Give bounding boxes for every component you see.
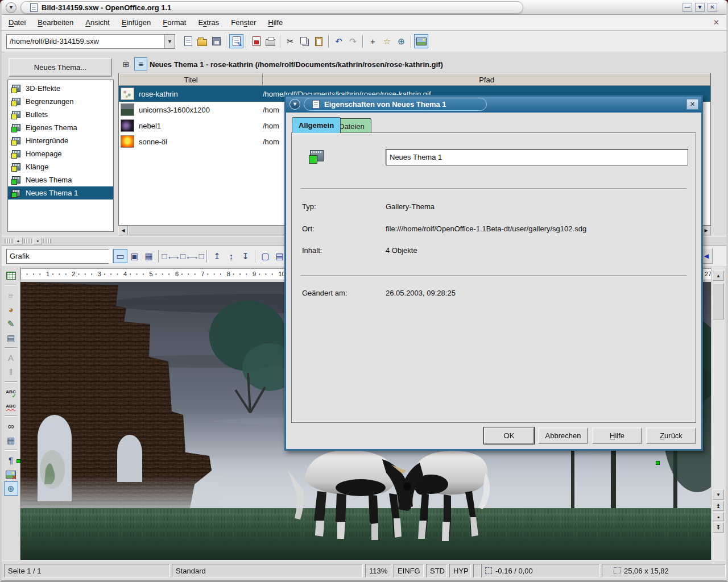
hilfe-button[interactable]: Hilfe: [592, 427, 642, 444]
window-titlebar[interactable]: ▼ Bild-314159.sxw - OpenOffice.org 1.1 —…: [2, 0, 726, 15]
scroll-down-button[interactable]: ▼: [713, 489, 724, 500]
paste-icon[interactable]: [312, 34, 326, 48]
hyperlink-icon[interactable]: ⊕: [394, 34, 408, 48]
insert-table-icon[interactable]: [4, 268, 18, 282]
next-page-button[interactable]: ▼▼: [713, 522, 724, 533]
navigator-icon[interactable]: +: [366, 34, 380, 48]
online-layout-icon[interactable]: ⊕: [4, 481, 18, 496]
url-combobox[interactable]: ▼: [6, 34, 175, 49]
selection-handle-left[interactable]: [16, 459, 20, 463]
wrap-through-icon[interactable]: ▦: [142, 249, 156, 263]
scroll-left-button[interactable]: ◀: [118, 226, 128, 235]
wrap-none-icon[interactable]: ▭: [113, 249, 127, 263]
menu-fenster[interactable]: Fenster: [226, 16, 261, 29]
selection-handle-right[interactable]: [656, 461, 660, 465]
theme-item-neues-thema-1[interactable]: Neues Thema 1: [8, 186, 113, 199]
style-combobox[interactable]: ▼: [6, 249, 109, 264]
theme-item-kl-nge[interactable]: Klänge: [8, 160, 113, 173]
column-header-pfad[interactable]: Pfad: [263, 73, 710, 86]
style-input[interactable]: [7, 250, 113, 263]
status-style[interactable]: Standard: [172, 564, 363, 577]
wrap-page-icon[interactable]: ▣: [127, 249, 142, 263]
open-icon[interactable]: [195, 34, 209, 48]
menu-ansicht[interactable]: Ansicht: [80, 16, 115, 29]
spellcheck-icon[interactable]: ABC: [4, 399, 18, 413]
insert-object-icon[interactable]: ◕: [4, 302, 18, 317]
theme-item-neues-thema[interactable]: Neues Thema: [8, 173, 113, 186]
theme-name-input[interactable]: [386, 149, 688, 165]
dialog-system-button[interactable]: ▼: [289, 99, 300, 110]
menu-extras[interactable]: Extras: [193, 16, 224, 29]
close-document-icon[interactable]: ✕: [713, 18, 719, 27]
url-input[interactable]: [7, 35, 164, 48]
splitter-grip[interactable]: [5, 239, 13, 243]
zur-ck-button[interactable]: Zurück: [646, 427, 696, 444]
theme-item-label: Bullets: [26, 110, 48, 119]
draw-functions-icon[interactable]: ✎: [4, 317, 18, 331]
splitter-stick-button[interactable]: ▲: [14, 238, 23, 244]
vertical-scrollbar[interactable]: ▲ ▼ ▲▲ ● ▼▼: [711, 267, 725, 560]
minimize-button[interactable]: —: [682, 3, 692, 12]
status-page[interactable]: Seite 1 / 1: [4, 564, 169, 577]
abbrechen-button[interactable]: Abbrechen: [538, 427, 588, 444]
align-top-icon[interactable]: ↥: [210, 249, 224, 263]
autopilot-icon[interactable]: ☆: [380, 34, 394, 48]
new-theme-button[interactable]: Neues Thema...: [9, 58, 112, 77]
previous-page-button[interactable]: ▲▲: [713, 501, 724, 511]
tab-allgemein[interactable]: Allgemein: [292, 117, 341, 133]
status-selection-mode[interactable]: STD: [426, 564, 447, 577]
images-onoff-icon[interactable]: ✕: [4, 467, 18, 481]
form-functions-icon[interactable]: ▤: [4, 331, 18, 345]
borders-icon[interactable]: ▢: [258, 249, 272, 263]
menu-hilfe[interactable]: Hilfe: [263, 16, 288, 29]
edit-file-icon[interactable]: ✎: [229, 34, 243, 48]
align-bottom-icon[interactable]: ↧: [238, 249, 253, 263]
splitter-grip[interactable]: [24, 239, 32, 243]
nonprinting-characters-icon[interactable]: ¶: [4, 453, 18, 467]
restore-button[interactable]: ▼: [695, 3, 705, 12]
scroll-up-button[interactable]: ▲: [713, 271, 724, 281]
detail-view-button[interactable]: ≡: [134, 57, 147, 70]
navigation-button[interactable]: ●: [713, 512, 724, 521]
dialog-titlebar[interactable]: ▼ Eigenschaften von Neues Thema 1 ✕: [286, 97, 701, 113]
copy-icon[interactable]: [297, 34, 312, 48]
gallery-theme-list[interactable]: 3D-EffekteBegrenzungenBulletsEigenes The…: [7, 80, 114, 232]
align-center-icon[interactable]: →□←: [176, 249, 190, 263]
theme-item-homepage[interactable]: Homepage: [8, 147, 113, 160]
status-position[interactable]: -0,16 / 0,00: [481, 564, 599, 577]
data-sources-icon[interactable]: ▦: [4, 433, 18, 447]
splitter-hide-button[interactable]: ●: [33, 238, 42, 244]
splitter-grip[interactable]: [43, 239, 51, 243]
icon-view-button[interactable]: ⊞: [119, 57, 133, 70]
new-document-icon[interactable]: [181, 34, 195, 48]
align-middle-icon[interactable]: ↨: [224, 249, 238, 263]
ok-button[interactable]: OK: [484, 427, 534, 444]
theme-item-eigenes-thema[interactable]: Eigenes Thema: [8, 121, 113, 134]
menu-einf-gen[interactable]: Einfügen: [117, 16, 156, 29]
align-right-icon[interactable]: →□: [190, 249, 204, 263]
export-pdf-icon[interactable]: [249, 34, 263, 48]
autospellcheck-icon[interactable]: ABC✓: [4, 385, 18, 399]
status-zoom[interactable]: 113%: [365, 564, 391, 577]
status-insert-mode[interactable]: EINFG: [394, 564, 424, 577]
status-hyperlink-mode[interactable]: HYP: [449, 564, 471, 577]
vscroll-thumb[interactable]: [713, 283, 724, 319]
theme-item-bullets[interactable]: Bullets: [8, 108, 113, 121]
theme-item-hintergr-nde[interactable]: Hintergründe: [8, 134, 113, 147]
menu-datei[interactable]: Datei: [3, 16, 31, 29]
dialog-close-button[interactable]: ✕: [686, 99, 698, 110]
gallery-icon[interactable]: [414, 34, 428, 48]
find-replace-icon[interactable]: ∞: [4, 419, 18, 433]
print-icon[interactable]: [263, 34, 278, 48]
undo-icon[interactable]: ↶: [332, 34, 346, 48]
status-size[interactable]: 25,06 x 15,82: [602, 564, 726, 577]
menu-format[interactable]: Format: [158, 16, 191, 29]
theme-item-begrenzungen[interactable]: Begrenzungen: [8, 95, 113, 108]
column-header-titel[interactable]: Titel: [119, 73, 263, 86]
menu-bearbeiten[interactable]: Bearbeiten: [32, 16, 78, 29]
system-menu-button[interactable]: ▼: [6, 2, 16, 13]
theme-item-3d-effekte[interactable]: 3D-Effekte: [8, 82, 113, 95]
close-button[interactable]: ✕: [708, 3, 717, 12]
url-dropdown-button[interactable]: ▼: [164, 35, 175, 48]
cut-icon[interactable]: ✂: [283, 34, 297, 48]
